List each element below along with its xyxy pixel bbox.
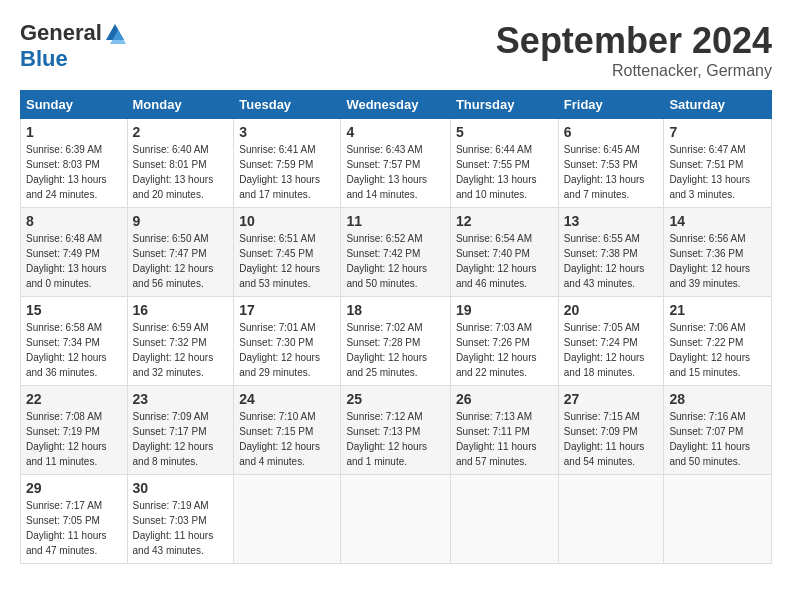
header-friday: Friday [558, 91, 664, 119]
day-info: Sunrise: 6:45 AM Sunset: 7:53 PM Dayligh… [564, 142, 659, 202]
day-number: 2 [133, 124, 229, 140]
calendar-cell: 28Sunrise: 7:16 AM Sunset: 7:07 PM Dayli… [664, 386, 772, 475]
day-info: Sunrise: 7:15 AM Sunset: 7:09 PM Dayligh… [564, 409, 659, 469]
day-number: 13 [564, 213, 659, 229]
month-title: September 2024 [496, 20, 772, 62]
day-info: Sunrise: 6:43 AM Sunset: 7:57 PM Dayligh… [346, 142, 444, 202]
calendar-cell: 1Sunrise: 6:39 AM Sunset: 8:03 PM Daylig… [21, 119, 128, 208]
day-info: Sunrise: 7:19 AM Sunset: 7:03 PM Dayligh… [133, 498, 229, 558]
logo-blue-text: Blue [20, 46, 68, 72]
day-info: Sunrise: 6:41 AM Sunset: 7:59 PM Dayligh… [239, 142, 335, 202]
day-info: Sunrise: 7:06 AM Sunset: 7:22 PM Dayligh… [669, 320, 766, 380]
calendar-cell: 11Sunrise: 6:52 AM Sunset: 7:42 PM Dayli… [341, 208, 450, 297]
day-info: Sunrise: 6:51 AM Sunset: 7:45 PM Dayligh… [239, 231, 335, 291]
day-info: Sunrise: 6:48 AM Sunset: 7:49 PM Dayligh… [26, 231, 122, 291]
calendar-cell: 13Sunrise: 6:55 AM Sunset: 7:38 PM Dayli… [558, 208, 664, 297]
day-info: Sunrise: 6:59 AM Sunset: 7:32 PM Dayligh… [133, 320, 229, 380]
day-number: 27 [564, 391, 659, 407]
day-info: Sunrise: 7:02 AM Sunset: 7:28 PM Dayligh… [346, 320, 444, 380]
day-info: Sunrise: 6:44 AM Sunset: 7:55 PM Dayligh… [456, 142, 553, 202]
day-number: 19 [456, 302, 553, 318]
day-number: 16 [133, 302, 229, 318]
calendar-week-3: 15Sunrise: 6:58 AM Sunset: 7:34 PM Dayli… [21, 297, 772, 386]
calendar-cell: 16Sunrise: 6:59 AM Sunset: 7:32 PM Dayli… [127, 297, 234, 386]
day-number: 9 [133, 213, 229, 229]
day-number: 11 [346, 213, 444, 229]
calendar-week-2: 8Sunrise: 6:48 AM Sunset: 7:49 PM Daylig… [21, 208, 772, 297]
day-info: Sunrise: 6:39 AM Sunset: 8:03 PM Dayligh… [26, 142, 122, 202]
day-number: 8 [26, 213, 122, 229]
calendar-cell [234, 475, 341, 564]
logo-general-text: General [20, 20, 102, 46]
calendar-cell [664, 475, 772, 564]
day-number: 22 [26, 391, 122, 407]
day-number: 30 [133, 480, 229, 496]
calendar-cell: 14Sunrise: 6:56 AM Sunset: 7:36 PM Dayli… [664, 208, 772, 297]
header-tuesday: Tuesday [234, 91, 341, 119]
day-number: 23 [133, 391, 229, 407]
day-number: 6 [564, 124, 659, 140]
header-wednesday: Wednesday [341, 91, 450, 119]
day-number: 28 [669, 391, 766, 407]
calendar-cell: 24Sunrise: 7:10 AM Sunset: 7:15 PM Dayli… [234, 386, 341, 475]
calendar-cell: 23Sunrise: 7:09 AM Sunset: 7:17 PM Dayli… [127, 386, 234, 475]
day-info: Sunrise: 7:05 AM Sunset: 7:24 PM Dayligh… [564, 320, 659, 380]
day-info: Sunrise: 6:50 AM Sunset: 7:47 PM Dayligh… [133, 231, 229, 291]
day-number: 10 [239, 213, 335, 229]
calendar-week-1: 1Sunrise: 6:39 AM Sunset: 8:03 PM Daylig… [21, 119, 772, 208]
location: Rottenacker, Germany [496, 62, 772, 80]
calendar-cell: 15Sunrise: 6:58 AM Sunset: 7:34 PM Dayli… [21, 297, 128, 386]
day-number: 20 [564, 302, 659, 318]
calendar-cell [450, 475, 558, 564]
day-info: Sunrise: 7:09 AM Sunset: 7:17 PM Dayligh… [133, 409, 229, 469]
calendar-cell: 8Sunrise: 6:48 AM Sunset: 7:49 PM Daylig… [21, 208, 128, 297]
day-info: Sunrise: 7:13 AM Sunset: 7:11 PM Dayligh… [456, 409, 553, 469]
calendar-cell: 9Sunrise: 6:50 AM Sunset: 7:47 PM Daylig… [127, 208, 234, 297]
calendar-cell [558, 475, 664, 564]
calendar-cell: 5Sunrise: 6:44 AM Sunset: 7:55 PM Daylig… [450, 119, 558, 208]
day-number: 24 [239, 391, 335, 407]
calendar-cell: 3Sunrise: 6:41 AM Sunset: 7:59 PM Daylig… [234, 119, 341, 208]
day-number: 17 [239, 302, 335, 318]
day-info: Sunrise: 7:12 AM Sunset: 7:13 PM Dayligh… [346, 409, 444, 469]
day-number: 4 [346, 124, 444, 140]
day-number: 18 [346, 302, 444, 318]
day-info: Sunrise: 6:47 AM Sunset: 7:51 PM Dayligh… [669, 142, 766, 202]
day-info: Sunrise: 7:16 AM Sunset: 7:07 PM Dayligh… [669, 409, 766, 469]
day-number: 12 [456, 213, 553, 229]
day-number: 1 [26, 124, 122, 140]
page-header: General Blue September 2024 Rottenacker,… [20, 20, 772, 80]
header-monday: Monday [127, 91, 234, 119]
calendar-cell: 10Sunrise: 6:51 AM Sunset: 7:45 PM Dayli… [234, 208, 341, 297]
calendar-cell: 2Sunrise: 6:40 AM Sunset: 8:01 PM Daylig… [127, 119, 234, 208]
calendar-cell: 20Sunrise: 7:05 AM Sunset: 7:24 PM Dayli… [558, 297, 664, 386]
calendar-cell: 12Sunrise: 6:54 AM Sunset: 7:40 PM Dayli… [450, 208, 558, 297]
day-number: 21 [669, 302, 766, 318]
day-info: Sunrise: 7:03 AM Sunset: 7:26 PM Dayligh… [456, 320, 553, 380]
calendar-cell: 21Sunrise: 7:06 AM Sunset: 7:22 PM Dayli… [664, 297, 772, 386]
calendar-cell [341, 475, 450, 564]
calendar-cell: 19Sunrise: 7:03 AM Sunset: 7:26 PM Dayli… [450, 297, 558, 386]
day-info: Sunrise: 6:56 AM Sunset: 7:36 PM Dayligh… [669, 231, 766, 291]
calendar-cell: 7Sunrise: 6:47 AM Sunset: 7:51 PM Daylig… [664, 119, 772, 208]
logo: General Blue [20, 20, 126, 72]
day-number: 25 [346, 391, 444, 407]
day-info: Sunrise: 7:01 AM Sunset: 7:30 PM Dayligh… [239, 320, 335, 380]
header-thursday: Thursday [450, 91, 558, 119]
calendar-cell: 17Sunrise: 7:01 AM Sunset: 7:30 PM Dayli… [234, 297, 341, 386]
day-info: Sunrise: 7:17 AM Sunset: 7:05 PM Dayligh… [26, 498, 122, 558]
day-info: Sunrise: 6:40 AM Sunset: 8:01 PM Dayligh… [133, 142, 229, 202]
logo-icon [104, 22, 126, 44]
title-block: September 2024 Rottenacker, Germany [496, 20, 772, 80]
day-info: Sunrise: 6:58 AM Sunset: 7:34 PM Dayligh… [26, 320, 122, 380]
calendar-header-row: Sunday Monday Tuesday Wednesday Thursday… [21, 91, 772, 119]
calendar-cell: 30Sunrise: 7:19 AM Sunset: 7:03 PM Dayli… [127, 475, 234, 564]
day-number: 14 [669, 213, 766, 229]
calendar-week-5: 29Sunrise: 7:17 AM Sunset: 7:05 PM Dayli… [21, 475, 772, 564]
calendar-cell: 22Sunrise: 7:08 AM Sunset: 7:19 PM Dayli… [21, 386, 128, 475]
calendar-cell: 4Sunrise: 6:43 AM Sunset: 7:57 PM Daylig… [341, 119, 450, 208]
day-number: 5 [456, 124, 553, 140]
calendar-cell: 27Sunrise: 7:15 AM Sunset: 7:09 PM Dayli… [558, 386, 664, 475]
calendar-cell: 25Sunrise: 7:12 AM Sunset: 7:13 PM Dayli… [341, 386, 450, 475]
calendar-cell: 6Sunrise: 6:45 AM Sunset: 7:53 PM Daylig… [558, 119, 664, 208]
